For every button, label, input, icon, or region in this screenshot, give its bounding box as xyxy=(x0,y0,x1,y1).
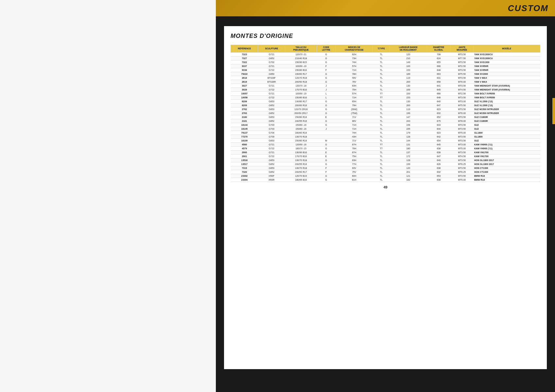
table-cell xyxy=(317,131,336,135)
table-cell: 120/70 ZR18 xyxy=(285,107,317,111)
table-cell: 43H xyxy=(336,135,373,139)
table-cell: MT3.50 xyxy=(451,107,473,111)
section-title: MONTES D'ORIGINE xyxy=(231,33,540,40)
table-cell: MT6.00 xyxy=(451,80,473,84)
table-cell: BT028F xyxy=(258,76,285,80)
header-strip: CUSTOM xyxy=(216,0,555,16)
table-cell: 120/70 -21 xyxy=(285,52,317,56)
table-cell: F xyxy=(317,68,336,72)
table-cell: 71V xyxy=(336,115,373,119)
table-cell: G722 xyxy=(258,154,285,158)
table-cell: SUZ C1800R xyxy=(473,119,540,123)
table-cell: 626 xyxy=(427,162,451,166)
table-body: 7323G721120/70 -21G62HTL120708MT3.50YAM … xyxy=(231,52,540,182)
table-cell: TL xyxy=(373,68,390,72)
table-cell: 180/70 -15 xyxy=(285,146,317,150)
table-cell: F xyxy=(317,64,336,68)
table-cell: 150/80 B16 xyxy=(285,95,317,99)
table-cell: 75H xyxy=(336,88,373,91)
table-cell: 645 xyxy=(427,142,451,146)
table-cell: SUZ M1500 INTRUDER xyxy=(473,107,540,111)
table-cell: 86V xyxy=(336,119,373,123)
table-cell: 2619 xyxy=(231,80,258,84)
table-cell: TL xyxy=(373,107,390,111)
table-cell: TL xyxy=(373,158,390,162)
table-cell: 120/70 B19 xyxy=(285,174,317,178)
table-cell: 63H xyxy=(336,84,373,88)
table-cell: 128 xyxy=(390,135,427,139)
table-row: 7327G852210/40 R18G73HTL210624MT7.50YAM … xyxy=(231,56,540,60)
table-cell: YAM V MAX xyxy=(473,76,540,80)
col-diametre: DIAMÈTREGLOBAL xyxy=(427,45,451,53)
table-cell: 180/60 R16 xyxy=(285,131,317,135)
table-cell: 137 xyxy=(390,150,427,154)
table-cell: TL xyxy=(373,72,390,76)
table-cell: 153 xyxy=(390,95,427,99)
table-cell: YAM XV950R xyxy=(473,68,540,72)
table-cell: G xyxy=(317,72,336,76)
table-cell: SUZ xyxy=(473,123,540,127)
table-cell: 643 xyxy=(427,123,451,127)
col-jante: JANTEMESURÉE xyxy=(451,45,473,53)
table-cell: 172 xyxy=(390,154,427,158)
table-cell: G853 xyxy=(258,158,285,162)
table-cell: 128 xyxy=(390,158,427,162)
table-cell: 131 xyxy=(390,142,427,146)
table-cell: YAM MIDNIGHT STAR (XVS950A) xyxy=(473,84,540,88)
table-cell: L xyxy=(317,91,336,95)
table-cell: 2900 xyxy=(231,150,258,154)
table-cell: HON CT1300 xyxy=(473,166,540,170)
table-cell: SUZ VL1500 ('13) xyxy=(473,99,540,103)
table-cell: 180 xyxy=(390,146,427,150)
table-cell: TL xyxy=(373,84,390,88)
table-cell: 156 xyxy=(390,123,427,127)
table-cell: TL xyxy=(373,111,390,115)
col-taille: TAILLE DUPNEUMATIQUE xyxy=(285,45,317,53)
table-cell: 645 xyxy=(427,88,451,91)
table-cell: SUZ xyxy=(473,127,540,131)
table-cell: MT2.50 xyxy=(451,64,473,68)
table-cell: TL xyxy=(373,135,390,139)
table-header-row: RÉFÉRENCE SCULPTURE TAILLE DUPNEUMATIQUE… xyxy=(231,45,540,53)
table-cell: 240/55 R16 xyxy=(285,119,317,123)
table-cell: TL xyxy=(373,56,390,60)
table-cell: G xyxy=(317,60,336,64)
table-cell: 632 xyxy=(427,111,451,115)
table-cell: MT5.00 xyxy=(451,131,473,135)
table-row: 23304H50R180/65 B16G81HTL182638MT5.00BMW… xyxy=(231,178,540,182)
table-cell: 100 xyxy=(390,64,427,68)
table-cell: (59W) xyxy=(336,107,373,111)
table-cell: TL xyxy=(373,60,390,64)
table-cell: G xyxy=(317,162,336,166)
table-cell: G702 xyxy=(258,60,285,64)
table-cell: MT3.00 xyxy=(451,99,473,103)
table-cell: TL xyxy=(373,99,390,103)
table-cell: G709 xyxy=(258,135,285,139)
table-cell: G xyxy=(317,119,336,123)
table-cell: 155 xyxy=(390,127,427,131)
table-cell: 624 xyxy=(427,56,451,60)
table-cell: 63H xyxy=(336,158,373,162)
table-cell: 150/80 R16 xyxy=(285,115,317,119)
table-cell: 76V xyxy=(336,80,373,84)
table-cell: 3027 xyxy=(231,84,258,88)
table-cell: 7320 xyxy=(231,170,258,174)
table-cell: G722 xyxy=(258,68,285,72)
col-reference: RÉFÉRENCE xyxy=(231,45,258,53)
table-cell: G853 xyxy=(258,139,285,142)
table-cell: G853 xyxy=(258,166,285,170)
table-cell: 71H xyxy=(336,127,373,131)
table-cell: MT3.50 xyxy=(451,139,473,142)
table-cell: G853 xyxy=(258,99,285,103)
table-cell: MT3.50 xyxy=(451,123,473,127)
table-cell: 2901 xyxy=(231,154,258,158)
table-cell: E xyxy=(317,154,336,158)
table-cell: 78H xyxy=(336,72,373,76)
table-cell: 121 xyxy=(390,174,427,178)
table-cell: J xyxy=(317,88,336,91)
table-cell: GL1800 xyxy=(473,131,540,135)
table-cell: 7323 xyxy=(231,52,258,56)
table-cell: 640 xyxy=(427,158,451,162)
table-cell: 150/80 -16 xyxy=(285,127,317,131)
table-cell: 59V xyxy=(336,76,373,80)
